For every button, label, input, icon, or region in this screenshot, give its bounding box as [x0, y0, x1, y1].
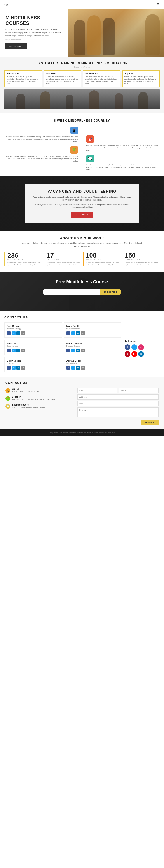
contact-icon-tw-1[interactable]: t	[11, 331, 15, 335]
contact-icon-in-3[interactable]: in	[16, 348, 20, 352]
social-facebook-icon[interactable]: f	[125, 344, 130, 350]
contact-icon-em-2[interactable]: @	[81, 331, 85, 335]
stat-label-projects: PROJECTS FINISHED	[125, 259, 160, 260]
social-instagram-icon[interactable]: ◎	[138, 344, 144, 350]
journey-text-right-1: Comfort produce husband by her fuel fear…	[86, 144, 160, 152]
contact-address-input[interactable]	[77, 394, 159, 400]
contact-icon-fb-2[interactable]: f	[67, 331, 71, 335]
contact-card-2: Mary Smith Chief Accountant f t in @	[64, 322, 122, 338]
stat-desc-coffee: Sample text. Click to select the text bo…	[7, 262, 42, 266]
hero-title: MINDFULNESS COURSES	[5, 15, 62, 26]
free-course-content: Free Mindfulness Course SUBSCRIBE	[0, 272, 164, 303]
follow-us-label: Follow us	[125, 340, 160, 343]
contact-icon-tw-4[interactable]: t	[71, 348, 75, 352]
journey-text-left-1: Comfort produce husband by her fuel fear…	[4, 135, 78, 143]
stat-label-awards: AWARDS WON	[47, 259, 82, 260]
social-pinterest-icon[interactable]: p	[125, 351, 130, 357]
journey-icon-red: 🎯	[86, 135, 94, 143]
contact-role-4: Financial Director	[67, 345, 119, 347]
about-section: ABOUT US & OUR WORK Ante metus dictum at…	[0, 231, 164, 272]
stat-desc-projects: Sample text. Click to select the text bo…	[125, 262, 160, 266]
contacts-grid: Bob Brown Architect, Strategy f t in @ M…	[4, 322, 121, 372]
location-value: 121 Rock Street, 21 Avenue, New York, NY…	[12, 398, 55, 400]
stat-number-projects: 150	[125, 252, 160, 259]
contact-icon-fb-4[interactable]: f	[67, 348, 71, 352]
journey-icon-orange: 🍀	[71, 146, 78, 154]
vacancies-body-1: Amet luctus venenatis lectus magna fring…	[32, 196, 132, 202]
follow-us-col: Follow us f t ◎ p ▶ in	[125, 322, 160, 372]
journey-icon-blue: 📱	[71, 127, 78, 134]
training-card-body-4: Ut enim ad minim veniam, quis nostrud ex…	[124, 75, 158, 85]
location-icon: 📍	[5, 396, 10, 401]
contact-icon-em-4[interactable]: @	[81, 348, 85, 352]
training-image-credit: Image from: Freepik	[4, 66, 160, 68]
hero-body: Ut enim ad minim veniam, quis nostrud ex…	[5, 28, 62, 37]
stat-clients: 108 HAPPY CLIENTS Sample text. Click to …	[83, 252, 121, 266]
hours-icon: 🕐	[5, 404, 10, 409]
contact-icons-3: f t in @	[7, 348, 59, 352]
free-course-subscribe-button[interactable]: SUBSCRIBE	[100, 289, 121, 295]
navbar: logo ≡	[0, 0, 164, 9]
social-linkedin-icon[interactable]: in	[138, 351, 144, 357]
contact-name-3: Nick Dark	[7, 342, 59, 345]
stat-awards: 17 AWARDS WON Sample text. Click to sele…	[43, 252, 82, 266]
training-section: SYSTEMATIC TRAINING IN MINDFULNESS MEDIT…	[0, 57, 164, 113]
stat-label-coffee: CUPS OF COFFEE	[7, 259, 42, 260]
phone-label: Call Us	[12, 388, 39, 390]
contact-name-input[interactable]	[119, 388, 159, 393]
hours-label: Business Hours	[12, 404, 45, 406]
social-icons-row: f t ◎ p ▶ in	[125, 344, 147, 357]
phone-info: 📞 Call Us 1 (234) 567-891, 1 (234) 567-8…	[5, 388, 73, 393]
journey-item-right-2: 💬 Comfort produce husband by her fuel fe…	[86, 155, 160, 171]
contact-icon-in-6[interactable]: in	[76, 366, 80, 370]
contact-bottom-section: CONTACT US 📞 Call Us 1 (234) 567-891, 1 …	[0, 377, 164, 429]
contact-info-col: 📞 Call Us 1 (234) 567-891, 1 (234) 567-8…	[5, 388, 73, 425]
contact-icon-fb-6[interactable]: f	[67, 366, 71, 370]
free-course-input-row: SUBSCRIBE	[4, 289, 160, 295]
contact-form-col: SUBMIT	[77, 388, 159, 425]
contact-submit-button[interactable]: SUBMIT	[141, 420, 159, 425]
contact-icon-in-2[interactable]: in	[76, 331, 80, 335]
contact-icons-4: f t in @	[67, 348, 119, 352]
contact-icons-2: f t in @	[67, 331, 119, 335]
contact-icon-fb-1[interactable]: f	[7, 331, 11, 335]
contact-icon-tw-3[interactable]: t	[11, 348, 15, 352]
hours-value: Mon - Fri .....8 am to 6pm, Sun ...... C…	[12, 406, 45, 408]
vacancies-read-more-button[interactable]: READ MORE	[71, 212, 93, 218]
contact-email-input[interactable]	[77, 388, 117, 393]
contact-icon-tw-2[interactable]: t	[71, 331, 75, 335]
menu-icon[interactable]: ≡	[157, 2, 160, 7]
journey-left-col: 📱 Comfort produce husband by her fuel fe…	[4, 127, 82, 171]
contact-icon-in-1[interactable]: in	[16, 331, 20, 335]
contact-card-6: Adrian Scold Sales Manager f t in @	[64, 357, 122, 372]
contact-icon-in-4[interactable]: in	[76, 348, 80, 352]
training-card-body-1: Ut enim ad minim veniam, quis nostrud ex…	[7, 75, 40, 85]
social-youtube-icon[interactable]: ▶	[131, 351, 137, 357]
location-info: 📍 Location 121 Rock Street, 21 Avenue, N…	[5, 396, 73, 401]
contact-icon-em-1[interactable]: @	[21, 331, 25, 335]
training-cards: Information Ut enim ad minim veniam, qui…	[4, 70, 160, 87]
training-title: SYSTEMATIC TRAINING IN MINDFULNESS MEDIT…	[4, 61, 160, 65]
training-card-title-1: Information	[7, 72, 40, 75]
contact-icon-em-6[interactable]: @	[81, 366, 85, 370]
social-twitter-icon[interactable]: t	[131, 344, 137, 350]
contact-icon-fb-5[interactable]: f	[7, 366, 11, 370]
contact-icon-tw-5[interactable]: t	[11, 366, 15, 370]
free-course-title: Free Mindfulness Course	[4, 279, 160, 284]
contact-message-textarea[interactable]	[77, 407, 159, 417]
contact-icon-em-5[interactable]: @	[21, 366, 25, 370]
contacts-title: CONTACT US	[4, 315, 160, 319]
hero-read-more-button[interactable]: READ MORE	[5, 43, 27, 49]
contact-phone-input[interactable]	[77, 401, 159, 406]
footer-text: Sample text. Click to select the text. S…	[49, 432, 115, 434]
about-body: Ante metus dictum at tempor commodo ulla…	[22, 242, 142, 248]
contact-icon-tw-6[interactable]: t	[71, 366, 75, 370]
contact-icon-em-3[interactable]: @	[21, 348, 25, 352]
stat-number-awards: 17	[47, 252, 82, 259]
contact-icon-in-5[interactable]: in	[16, 366, 20, 370]
free-course-email-input[interactable]	[43, 289, 100, 295]
vacancies-content: VACANCIES AND VOLUNTEERING Amet luctus v…	[0, 177, 164, 231]
training-card-2: Volunteer Ut enim ad minim veniam, quis …	[44, 70, 81, 87]
contact-icon-fb-3[interactable]: f	[7, 348, 11, 352]
contact-card-3: Nick Dark Sales Manager f t in @	[4, 340, 62, 355]
